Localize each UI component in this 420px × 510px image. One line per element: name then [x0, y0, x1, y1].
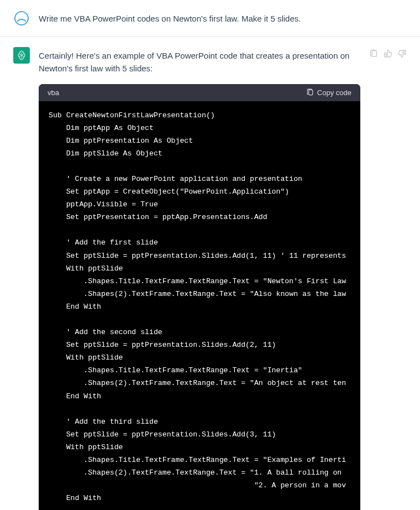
clipboard-icon[interactable] — [369, 49, 378, 58]
code-content[interactable]: Sub CreateNewtonFirstLawPresentation() D… — [39, 101, 360, 511]
user-avatar-icon — [14, 11, 29, 25]
assistant-message-text: Certainly! Here's an example of VBA Powe… — [39, 49, 360, 75]
assistant-avatar — [13, 47, 30, 64]
assistant-message-row: Certainly! Here's an example of VBA Powe… — [0, 37, 420, 510]
copy-code-button[interactable]: Copy code — [306, 89, 351, 97]
thumbs-down-icon[interactable] — [398, 49, 407, 58]
copy-code-label: Copy code — [317, 89, 351, 97]
assistant-avatar-icon — [16, 50, 27, 61]
user-message-text: Write me VBA PowerPoint codes on Newton'… — [39, 12, 407, 25]
user-avatar — [13, 10, 30, 27]
user-message-body: Write me VBA PowerPoint codes on Newton'… — [39, 10, 407, 27]
svg-rect-1 — [309, 90, 313, 95]
svg-point-0 — [15, 12, 28, 25]
code-language-label: vba — [48, 89, 59, 97]
chat-area: Write me VBA PowerPoint codes on Newton'… — [0, 0, 420, 510]
clipboard-icon — [306, 89, 314, 96]
svg-rect-2 — [372, 51, 376, 57]
assistant-message-body: Certainly! Here's an example of VBA Powe… — [39, 47, 360, 510]
code-block: vba Copy code Sub CreateNewtonFirstLawPr… — [39, 84, 360, 511]
code-header: vba Copy code — [39, 84, 360, 101]
user-message-row: Write me VBA PowerPoint codes on Newton'… — [0, 0, 420, 37]
thumbs-up-icon[interactable] — [384, 49, 392, 58]
assistant-actions — [369, 47, 407, 510]
